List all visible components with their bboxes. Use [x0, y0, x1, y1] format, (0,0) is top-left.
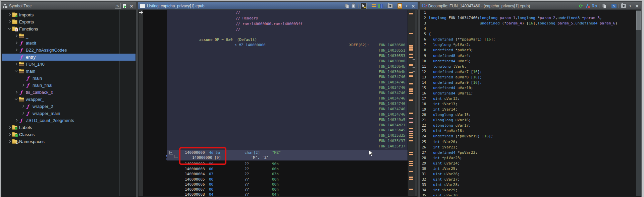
expander-collapsed-icon[interactable]	[20, 83, 25, 88]
row-address[interactable]: 140000006	[185, 182, 205, 187]
sidebar-item-atexit[interactable]: ƒatexit	[2, 40, 136, 47]
xref-link[interactable]: FUN_14035d350	[379, 133, 406, 138]
code-line[interactable]: uint uVar28;	[429, 182, 635, 188]
sidebar-item-tls_callback_0[interactable]: ƒtls_callback_0	[2, 89, 136, 96]
row-address[interactable]: 140000003	[185, 167, 205, 172]
marker-margin[interactable]	[408, 10, 415, 196]
decompile-titlebar[interactable]: Cf Decompile: FUN_140347460 - (captcha_p…	[420, 2, 641, 10]
sidebar-item-_[interactable]: _	[2, 32, 136, 40]
sidebar-item-main[interactable]: main	[2, 68, 136, 75]
code-line[interactable]: undefined auVar9 [16];	[429, 80, 635, 85]
expander-collapsed-icon[interactable]	[14, 34, 19, 39]
xref-link[interactable]: FUN_140347460	[379, 112, 406, 117]
listing-comment[interactable]: // Headers	[236, 16, 258, 21]
code-line[interactable]: uint uVar27;	[429, 177, 635, 182]
xref-link[interactable]: FUN_140309a04	[379, 59, 406, 64]
xref-link[interactable]: FUN_140347460	[379, 85, 406, 90]
edit-function-icon[interactable]: ✎	[611, 3, 616, 9]
xref-link[interactable]: FUN_140347460	[379, 74, 406, 80]
symbol-label[interactable]: s_MZ_140000000	[234, 43, 266, 48]
cursor-location-icon[interactable]	[361, 3, 367, 9]
rename-options-icon[interactable]: Ro	[592, 3, 597, 9]
listing-content[interactable]: //// Headers// ram:140000000-ram:1400003…	[139, 10, 417, 196]
sidebar-item-imports[interactable]: Imports	[2, 11, 136, 18]
sidebar-item-wrapper_main[interactable]: ƒwrapper_main	[2, 110, 136, 117]
dropdown-caret-icon[interactable]: ▾	[628, 3, 633, 9]
sidebar-item-fun_140[interactable]: FUN_140	[2, 61, 136, 68]
listing-comment[interactable]: //	[236, 10, 240, 15]
code-line[interactable]: longlong lVar6;	[429, 64, 635, 69]
row-operand[interactable]: 04h	[272, 192, 279, 196]
decompile-scrollbar[interactable]	[636, 10, 641, 196]
row-operand[interactable]: 00h	[272, 182, 279, 187]
decompiled-code[interactable]: longlong FUN_140347460(longlong param_1,…	[429, 10, 635, 196]
sidebar-item-zstd_count_2segments[interactable]: ƒZSTD_count_2segments	[2, 117, 136, 124]
code-line[interactable]: undefined auVar8 [16];	[429, 75, 635, 80]
collapse-toggle[interactable]: −	[169, 151, 173, 154]
xref-link[interactable]: FUN_140305538	[379, 53, 406, 59]
sidebar-item-main[interactable]: ƒmain	[2, 75, 136, 82]
xref-link[interactable]: FUN_14030b4b0	[379, 64, 406, 69]
expander-expanded-icon[interactable]	[7, 26, 12, 31]
row-mnemonic[interactable]: ??	[245, 192, 249, 196]
code-line[interactable]: undefined4 uVar11;	[429, 91, 635, 96]
xref-link[interactable]: FUN_140347460	[379, 80, 406, 85]
row-operand[interactable]: 00h	[272, 187, 279, 192]
expander-collapsed-icon[interactable]	[7, 132, 12, 137]
row-operand[interactable]: 00h	[272, 167, 279, 172]
edit-icon[interactable]: ✎	[115, 3, 121, 9]
row-mnemonic[interactable]: ??	[245, 167, 249, 172]
refresh-icon[interactable]: ⟳	[578, 3, 584, 9]
navigate-icon[interactable]	[122, 3, 127, 9]
row-bytes[interactable]: 04	[209, 192, 213, 196]
code-line[interactable]: int iVar14;	[429, 107, 635, 112]
row-address[interactable]: 140000005	[185, 177, 205, 182]
code-line[interactable]: undefined4 uVar10;	[429, 85, 635, 91]
listing-left-margin[interactable]	[139, 10, 143, 196]
xref-link[interactable]: FUN_140305510	[379, 48, 406, 53]
listing-comment[interactable]: //	[236, 27, 240, 32]
sidebar-item-classes[interactable]: CClasses	[2, 131, 136, 138]
xref-link[interactable]: FUN_140347460	[379, 101, 406, 107]
symbol-tree-content[interactable]: ImportsExportsfFunctions_ƒatexitƒBZ2_hbA…	[2, 10, 136, 196]
listing-titlebar[interactable]: Listing: captcha_privacy[1].epub ▾×	[138, 2, 418, 10]
sidebar-item-labels[interactable]: Labels	[2, 124, 136, 131]
xref-link[interactable]: FUN_14035b450	[379, 128, 406, 133]
code-line[interactable]: int iVar29;	[429, 188, 635, 193]
row-address[interactable]: 140000008	[185, 192, 205, 196]
code-line[interactable]: int iVar25;	[429, 166, 635, 172]
code-line[interactable]: ulonglong uVar17;	[429, 123, 635, 128]
close-icon[interactable]: ×	[634, 3, 640, 9]
sidebar-item-wrapper_[interactable]: wrapper_	[2, 96, 136, 103]
code-line[interactable]: undefined (*pauVar19) [16];	[429, 134, 635, 139]
code-line[interactable]: ulonglong uVar15;	[429, 112, 635, 118]
sidebar-item-bz2_hbassigncodes[interactable]: ƒBZ2_hbAssignCodes	[2, 47, 136, 54]
code-line[interactable]	[429, 26, 635, 31]
row-operand[interactable]: 00h	[272, 177, 279, 182]
xref-link[interactable]: FUN_140349a50	[379, 117, 406, 123]
listing-options-icon[interactable]	[397, 3, 402, 9]
close-icon[interactable]: ×	[129, 3, 134, 9]
xref-link[interactable]: FUN_140347460	[379, 107, 406, 112]
dropdown-caret-icon[interactable]: ▾	[404, 3, 409, 9]
sidebar-item-exports[interactable]: Exports	[2, 18, 136, 25]
code-line[interactable]: int iVar13;	[429, 102, 635, 107]
code-line[interactable]: undefined (*param_4) [16],longlong param…	[429, 21, 635, 26]
expander-collapsed-icon[interactable]	[20, 111, 25, 116]
xref-link[interactable]: FUN_14034d210	[379, 123, 406, 128]
row-mnemonic[interactable]: ??	[245, 172, 249, 177]
code-line[interactable]: uint uVar12;	[429, 96, 635, 102]
scrollbar-thumb[interactable]	[636, 11, 641, 30]
sidebar-item-functions[interactable]: fFunctions	[2, 25, 136, 32]
expander-expanded-icon[interactable]	[14, 97, 19, 102]
sidebar-item-wrapper_2[interactable]: ƒwrapper_2	[2, 103, 136, 110]
row-bytes[interactable]: 00	[209, 182, 213, 187]
copy-icon[interactable]	[601, 3, 607, 9]
row-bytes[interactable]: 00	[209, 167, 213, 172]
row-value[interactable]: 'M', 'Z'	[251, 155, 269, 160]
xref-link[interactable]: FUN_14035f378	[379, 144, 406, 149]
code-line[interactable]: undefined4 *puVar22;	[429, 150, 635, 155]
row-value[interactable]: "MZ"	[272, 150, 281, 155]
symbol-tree-titlebar[interactable]: Symbol Tree ✎×	[1, 2, 136, 10]
row-operand[interactable]: 90h	[272, 161, 279, 167]
